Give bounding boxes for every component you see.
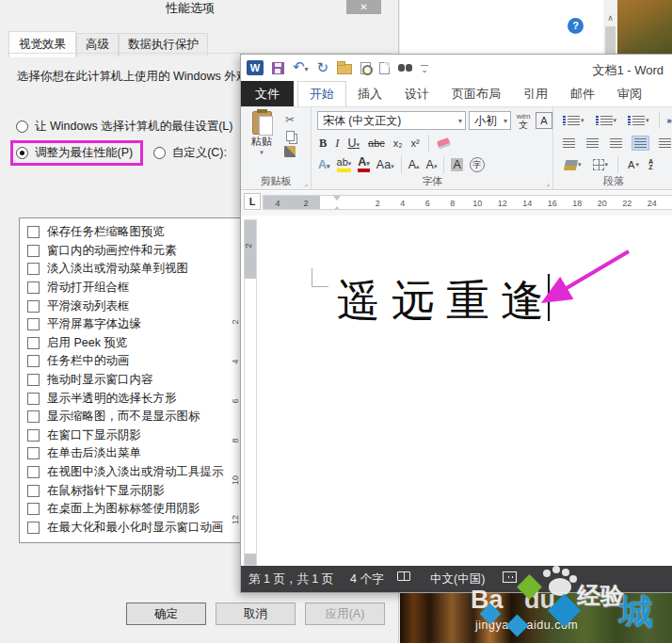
list-item[interactable]: 显示半透明的选择长方形: [20, 389, 242, 408]
open-folder-icon[interactable]: [337, 64, 352, 74]
checkbox-icon[interactable]: [27, 318, 40, 330]
list-item[interactable]: 窗口内的动画控件和元素: [20, 242, 242, 261]
list-item[interactable]: 在鼠标指针下显示阴影: [20, 481, 242, 500]
text-effects-button[interactable]: A▾: [318, 158, 330, 171]
radio-icon[interactable]: [16, 121, 28, 133]
new-document-icon[interactable]: [379, 62, 390, 74]
checkbox-icon[interactable]: [27, 503, 40, 515]
italic-button[interactable]: I: [335, 137, 339, 151]
checkbox-icon[interactable]: [27, 355, 40, 367]
copy-icon[interactable]: [286, 131, 295, 141]
ribbon-tab[interactable]: 页面布局: [440, 81, 512, 106]
scrollbar-thumb[interactable]: [605, 26, 616, 54]
list-item[interactable]: 平滑滚动列表框: [20, 297, 242, 315]
font-name-combo[interactable]: 宋体 (中文正文) ▾: [317, 111, 466, 130]
ribbon-tab[interactable]: 审阅: [606, 81, 653, 106]
format-painter-icon[interactable]: [284, 146, 296, 157]
list-item[interactable]: 滑动打开组合框: [20, 279, 242, 297]
paste-dropdown-icon[interactable]: ▾: [247, 149, 277, 156]
strikethrough-button[interactable]: abc: [368, 137, 385, 149]
ribbon-tab[interactable]: 文件: [241, 81, 294, 106]
checkbox-icon[interactable]: [27, 374, 40, 386]
ribbon-tab[interactable]: 插入: [346, 81, 393, 106]
bold-button[interactable]: B: [319, 137, 327, 151]
justify-button[interactable]: [632, 136, 649, 151]
list-item[interactable]: 在桌面上为图标标签使用阴影: [20, 500, 242, 519]
list-item[interactable]: 拖动时显示窗口内容: [20, 371, 242, 390]
ribbon-tab[interactable]: 开始: [297, 81, 346, 106]
align-right-button[interactable]: [608, 137, 624, 150]
clear-formatting-icon[interactable]: [437, 137, 451, 150]
document-area[interactable]: 遥远重逢: [257, 216, 672, 566]
font-size-combo[interactable]: 小初 ▾: [469, 111, 511, 130]
chevron-down-icon[interactable]: ▾: [455, 117, 462, 125]
scrollbar[interactable]: ∧: [603, 0, 617, 54]
visual-effects-list[interactable]: 保存任务栏缩略图预览 窗口内的动画控件和元素 淡入淡出或滑动菜单到视图 滑动打开…: [19, 217, 243, 543]
checkbox-icon[interactable]: [27, 485, 40, 497]
character-scaling-button[interactable]: A▾: [626, 157, 641, 172]
horizontal-ruler[interactable]: 42 24681012141618202224: [263, 195, 672, 210]
shading-button[interactable]: ▾: [563, 158, 584, 172]
radio-option[interactable]: 让 Windows 选择计算机的最佳设置(L): [10, 114, 243, 139]
checkbox-icon[interactable]: [27, 281, 40, 294]
checkbox-icon[interactable]: [27, 429, 40, 442]
ribbon-tab[interactable]: 引用: [512, 81, 559, 106]
highlight-color-button[interactable]: ab▾: [337, 157, 352, 172]
list-item[interactable]: 显示缩略图，而不是显示图标: [20, 408, 242, 426]
underline-button[interactable]: U▾: [348, 137, 360, 150]
list-item[interactable]: 在窗口下显示阴影: [20, 426, 242, 445]
align-center-button[interactable]: [584, 137, 600, 150]
bullets-button[interactable]: ▾: [561, 114, 586, 127]
shrink-font-button[interactable]: A▾: [426, 158, 438, 171]
checkbox-icon[interactable]: [27, 522, 40, 534]
document-text[interactable]: 遥远重逢: [337, 272, 550, 330]
checkbox-icon[interactable]: [27, 300, 40, 313]
subscript-button[interactable]: x₂: [393, 137, 403, 149]
radio-option[interactable]: 自定义(C):: [148, 140, 237, 166]
indent-markers[interactable]: [332, 196, 343, 210]
undo-icon[interactable]: ↶▾: [293, 60, 309, 76]
align-left-button[interactable]: [561, 137, 577, 150]
radio-option[interactable]: 调整为最佳性能(P): [10, 140, 143, 166]
tab-selector[interactable]: L: [244, 193, 261, 210]
decrease-indent-icon[interactable]: ⇤: [667, 115, 672, 127]
vertical-ruler[interactable]: 2 24681012: [244, 219, 257, 566]
list-item[interactable]: 在最大化和最小化时显示窗口动画: [20, 519, 242, 538]
checkbox-icon[interactable]: [27, 466, 40, 478]
character-border-icon[interactable]: A: [536, 112, 552, 129]
word-count[interactable]: 4 个字: [350, 571, 383, 587]
distribute-button[interactable]: [657, 137, 672, 150]
superscript-button[interactable]: x²: [411, 137, 420, 149]
list-item[interactable]: 在单击后淡出菜单: [20, 444, 242, 463]
radio-icon[interactable]: [16, 147, 28, 159]
checkbox-icon[interactable]: [27, 447, 40, 459]
checkbox-icon[interactable]: [27, 245, 40, 257]
phonetic-guide-icon[interactable]: wén文: [514, 111, 533, 130]
undo-dropdown-icon[interactable]: ▾: [305, 65, 309, 73]
qat-overflow-icon[interactable]: ⌄: [421, 65, 428, 73]
scroll-up-icon[interactable]: ∧: [603, 13, 617, 23]
list-item[interactable]: 平滑屏幕字体边缘: [20, 315, 242, 334]
sort-icon[interactable]: AZ: [648, 159, 653, 170]
input-mode-icon[interactable]: [503, 571, 517, 583]
grow-font-button[interactable]: A▴: [408, 158, 420, 171]
page-indicator[interactable]: 第 1 页，共 1 页: [248, 571, 333, 587]
paste-button[interactable]: 粘贴 ▾: [247, 111, 277, 156]
checkbox-icon[interactable]: [27, 393, 40, 405]
dialog-launcher-icon[interactable]: ⌟: [304, 179, 308, 187]
save-icon[interactable]: [272, 62, 284, 74]
checkbox-icon[interactable]: [27, 410, 40, 423]
ribbon-tab[interactable]: 邮件: [559, 81, 606, 106]
enclose-characters-button[interactable]: 字: [470, 157, 485, 172]
list-item[interactable]: 启用 Peek 预览: [20, 334, 242, 353]
checkbox-icon[interactable]: [27, 226, 40, 238]
print-preview-icon[interactable]: [360, 62, 371, 74]
cut-icon[interactable]: ✂: [285, 113, 295, 126]
change-case-button[interactable]: Aa▾: [376, 158, 394, 171]
font-color-button[interactable]: A▾: [358, 157, 370, 172]
chevron-down-icon[interactable]: ▾: [500, 117, 507, 125]
redo-icon[interactable]: ↻: [317, 61, 329, 74]
checkbox-icon[interactable]: [27, 263, 40, 275]
ok-button[interactable]: 确定: [126, 603, 206, 625]
list-item[interactable]: 保存任务栏缩略图预览: [20, 223, 242, 242]
